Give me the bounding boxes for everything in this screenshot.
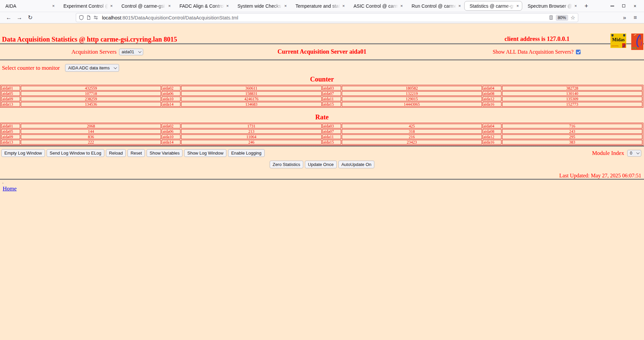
module-index-select[interactable]: 0: [627, 150, 641, 157]
new-tab-button[interactable]: +: [581, 0, 592, 12]
permissions-icon[interactable]: [93, 15, 98, 20]
server-name-cell: aida11: [322, 97, 341, 101]
server-name-cell: aida14: [162, 140, 180, 145]
browser-tab-bar: AIDA×Experiment Control @×Control @ carm…: [0, 0, 644, 12]
counter-monitor-label: Select counter to monitor: [2, 65, 60, 71]
server-value-cell: 222: [21, 140, 161, 145]
server-name-cell: aida07: [322, 129, 341, 134]
server-value-cell: 144: [21, 129, 161, 134]
url-bar[interactable]: localhost:8015/DataAcquisitionControl/Da…: [76, 13, 578, 22]
app-menu-icon[interactable]: ≡: [630, 13, 641, 22]
log-button-group: Empty Log WindowSend Log Window to ELogR…: [1, 149, 592, 157]
rate-heading: Rate: [0, 113, 644, 121]
server-name-cell: aida16: [483, 102, 501, 107]
server-value-cell: 243: [502, 129, 642, 134]
counter-monitor-select[interactable]: AIDA ADC data items: [65, 64, 119, 72]
enable-logging-button[interactable]: Enable Logging: [228, 149, 264, 157]
reader-mode-icon[interactable]: [549, 15, 553, 20]
tab-fadc-align-control[interactable]: FADC Align & Control×: [174, 1, 232, 11]
reload-button[interactable]: Reload: [106, 149, 126, 157]
show-variables-button[interactable]: Show Variables: [147, 149, 182, 157]
server-value-cell: 134536: [21, 102, 161, 107]
tab-control-carme-gsi[interactable]: Control @ carme-gsi×: [116, 1, 174, 11]
forward-icon[interactable]: →: [14, 13, 25, 22]
tab-label: Experiment Control @: [63, 3, 109, 9]
tab-close-icon[interactable]: ×: [573, 4, 578, 8]
tcl-logo[interactable]: TCL: [631, 34, 643, 50]
tcl-logo-text: TCL: [632, 47, 637, 50]
tab-statistics-carme-gs[interactable]: Statistics @ carme-gs×: [464, 1, 522, 11]
overflow-chevrons-icon[interactable]: »: [619, 13, 630, 22]
tab-label: Run Control @ carme: [412, 3, 457, 9]
server-name-cell: aida01: [1, 86, 20, 91]
tab-system-wide-checks[interactable]: System wide Checks (×: [232, 1, 290, 11]
log-controls-row: Empty Log WindowSend Log Window to ELogR…: [0, 147, 644, 157]
url-path: :8015/DataAcquisitionControl/DataAcquisi…: [121, 15, 238, 20]
server-name-cell: aida12: [483, 134, 501, 139]
server-value-cell: 383: [502, 140, 642, 145]
autoupdate-on-button[interactable]: AutoUpdate On: [338, 161, 375, 168]
midas-mini-graphic: [622, 43, 626, 48]
server-name-cell: aida06: [162, 129, 180, 134]
server-value-cell: 246: [181, 140, 321, 145]
tab-aida[interactable]: AIDA×: [0, 1, 58, 11]
bookmark-star-icon[interactable]: ☆: [571, 14, 575, 21]
tab-close-icon[interactable]: ×: [51, 4, 56, 8]
show-all-servers-checkbox[interactable]: [576, 50, 581, 54]
page-info-icon[interactable]: [86, 15, 91, 20]
server-value-cell: 158831: [181, 91, 321, 96]
server-value-cell: 135309: [502, 97, 642, 101]
counter-heading: Counter: [0, 75, 644, 83]
tab-label: ASIC Control @ carm: [354, 3, 399, 9]
server-name-cell: aida15: [322, 140, 341, 145]
zero-statistics-button[interactable]: Zero Statistics: [270, 161, 303, 168]
server-name-cell: aida04: [483, 124, 501, 128]
zoom-level-badge[interactable]: 80%: [556, 15, 568, 21]
counter-monitor-selected-value: AIDA ADC data items: [68, 65, 110, 70]
tab-run-control-carme[interactable]: Run Control @ carme×: [406, 1, 464, 11]
tab-temperature-and-stat[interactable]: Temperature and stat×: [290, 1, 348, 11]
server-name-cell: aida11: [322, 134, 341, 139]
server-name-cell: aida03: [322, 124, 341, 128]
tab-close-icon[interactable]: ×: [225, 4, 230, 8]
stats-row: aida01432559aida02360611aida03180582aida…: [1, 86, 642, 91]
server-name-cell: aida16: [483, 140, 501, 145]
tab-close-icon[interactable]: ×: [341, 4, 346, 8]
server-value-cell: 130140: [502, 91, 642, 96]
minimize-icon[interactable]: [608, 2, 616, 10]
tab-close-icon[interactable]: ×: [283, 4, 288, 8]
server-name-cell: aida14: [162, 102, 180, 107]
reload-icon[interactable]: ↻: [25, 13, 36, 22]
update-once-button[interactable]: Update Once: [305, 161, 337, 168]
shield-icon[interactable]: [79, 15, 84, 20]
minimize-glyph: [610, 6, 614, 6]
server-value-cell: 836: [21, 134, 161, 139]
tab-close-icon[interactable]: ×: [515, 4, 520, 8]
home-link[interactable]: Home: [3, 185, 17, 192]
show-log-window-button[interactable]: Show Log Window: [184, 149, 226, 157]
midas-logo[interactable]: Midas powered by: [610, 34, 626, 48]
acquisition-server-select[interactable]: aida01: [119, 49, 144, 55]
empty-log-window-button[interactable]: Empty Log Window: [1, 149, 45, 157]
chevron-down-icon: [114, 66, 117, 69]
tab-close-icon[interactable]: ×: [109, 4, 114, 8]
stats-row: aida13134536aida14134683aida1514443065ai…: [1, 102, 642, 107]
close-window-icon[interactable]: ×: [631, 2, 639, 10]
server-value-cell: 216: [342, 134, 482, 139]
send-log-window-to-elog-button[interactable]: Send Log Window to ELog: [47, 149, 104, 157]
server-value-cell: 1731: [181, 124, 321, 128]
show-all-servers-label: Show ALL Data Acquisition Servers?: [493, 49, 574, 55]
maximize-glyph: [622, 4, 625, 7]
tab-close-icon[interactable]: ×: [457, 4, 462, 8]
tab-close-icon[interactable]: ×: [167, 4, 172, 8]
back-icon[interactable]: ←: [3, 13, 14, 22]
action-button-group: Zero StatisticsUpdate OnceAutoUpdate On: [0, 161, 644, 168]
tab-spectrum-browser[interactable]: Spectrum Browser @×: [522, 1, 580, 11]
counter-table: aida01432559aida02360611aida03180582aida…: [0, 85, 643, 108]
tab-close-icon[interactable]: ×: [399, 4, 404, 8]
reset-button[interactable]: Reset: [127, 149, 145, 157]
server-name-cell: aida12: [483, 97, 501, 101]
tab-asic-control-carm[interactable]: ASIC Control @ carm×: [348, 1, 406, 11]
tab-experiment-control[interactable]: Experiment Control @×: [58, 1, 116, 11]
maximize-icon[interactable]: [619, 2, 628, 10]
